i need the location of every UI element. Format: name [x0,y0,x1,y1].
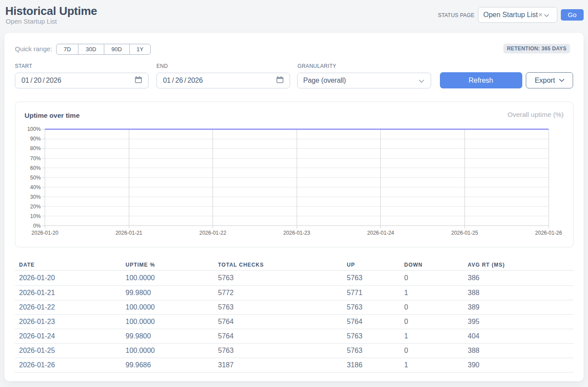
svg-text:70%: 70% [30,155,40,161]
svg-text:0%: 0% [33,222,41,229]
svg-text:90%: 90% [30,136,40,142]
svg-text:2026-01-26: 2026-01-26 [535,230,562,236]
svg-text:30%: 30% [30,194,40,200]
svg-text:2026-01-20: 2026-01-20 [31,230,58,236]
svg-text:20%: 20% [30,203,40,209]
svg-text:2026-01-23: 2026-01-23 [283,230,310,236]
svg-text:10%: 10% [30,213,40,219]
svg-text:80%: 80% [30,145,40,151]
svg-text:60%: 60% [30,165,40,171]
svg-text:2026-01-21: 2026-01-21 [115,230,142,236]
svg-text:50%: 50% [30,174,40,180]
svg-text:2026-01-22: 2026-01-22 [199,230,227,236]
svg-text:2026-01-24: 2026-01-24 [367,230,394,236]
svg-text:100%: 100% [27,126,41,132]
svg-text:2026-01-25: 2026-01-25 [451,230,478,236]
svg-text:40%: 40% [30,184,40,190]
